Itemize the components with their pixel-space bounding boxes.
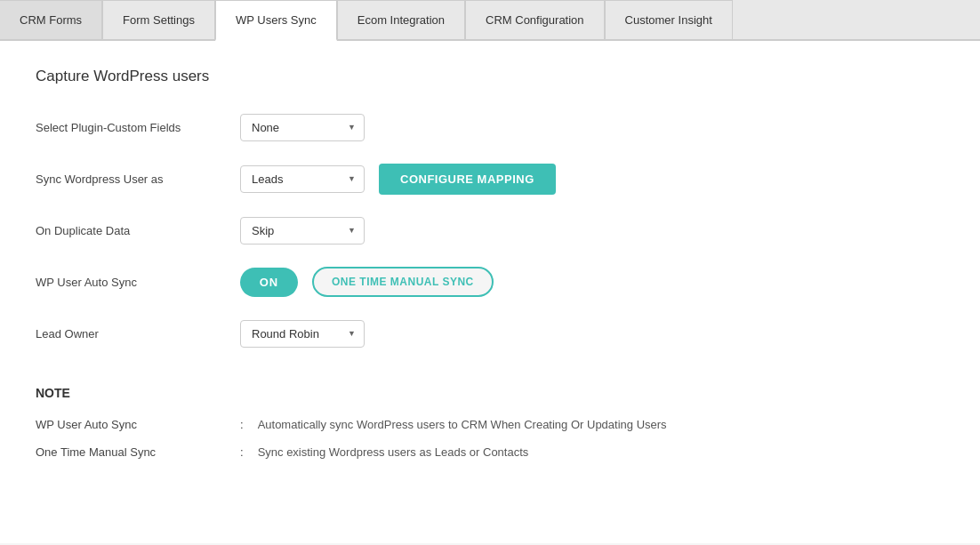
tab-ecom-integration[interactable]: Ecom Integration [337, 0, 465, 39]
lead-owner-label: Lead Owner [36, 327, 240, 341]
lead-owner-select-wrapper: Round Robin Auto Assign Manual [240, 320, 365, 348]
plugin-custom-fields-label: Select Plugin-Custom Fields [36, 121, 240, 134]
wp-user-auto-sync-label: WP User Auto Sync [36, 276, 240, 289]
sync-wordpress-user-label: Sync Wordpress User as [36, 172, 240, 186]
note-auto-sync-label: WP User Auto Sync [36, 418, 240, 431]
note-auto-sync-colon: : [240, 418, 244, 431]
note-row-manual-sync: One Time Manual Sync : Sync existing Wor… [36, 445, 944, 459]
tab-crm-forms[interactable]: CRM Forms [0, 0, 102, 39]
lead-owner-select[interactable]: Round Robin Auto Assign Manual [240, 320, 365, 348]
note-manual-sync-colon: : [240, 445, 244, 459]
wp-user-auto-sync-control: ON ONE TIME MANUAL SYNC [240, 267, 494, 297]
tab-crm-configuration[interactable]: CRM Configuration [465, 0, 605, 39]
sync-wordpress-user-control: Leads Contacts CONFIGURE MAPPING [240, 164, 556, 195]
on-duplicate-data-label: On Duplicate Data [36, 224, 240, 237]
sync-wordpress-user-select[interactable]: Leads Contacts [240, 165, 365, 193]
plugin-custom-fields-select-wrapper: None [240, 114, 365, 141]
note-title: NOTE [36, 386, 944, 400]
one-time-manual-sync-button[interactable]: ONE TIME MANUAL SYNC [312, 267, 494, 297]
section-title: Capture WordPress users [36, 68, 944, 85]
wp-user-auto-sync-row: WP User Auto Sync ON ONE TIME MANUAL SYN… [36, 265, 944, 299]
lead-owner-row: Lead Owner Round Robin Auto Assign Manua… [36, 317, 944, 350]
note-section: NOTE WP User Auto Sync : Automatically s… [36, 377, 944, 459]
on-duplicate-data-control: Skip Update Create [240, 217, 365, 244]
tab-form-settings[interactable]: Form Settings [102, 0, 215, 39]
configure-mapping-button[interactable]: CONFIGURE MAPPING [379, 164, 556, 195]
note-manual-sync-label: One Time Manual Sync [36, 445, 240, 459]
sync-wordpress-user-select-wrapper: Leads Contacts [240, 165, 365, 193]
plugin-custom-fields-select[interactable]: None [240, 114, 365, 141]
tab-bar: CRM Forms Form Settings WP Users Sync Ec… [0, 0, 980, 41]
on-duplicate-data-select[interactable]: Skip Update Create [240, 217, 365, 244]
plugin-custom-fields-row: Select Plugin-Custom Fields None [36, 110, 944, 144]
note-manual-sync-text: Sync existing Wordpress users as Leads o… [258, 445, 529, 459]
on-duplicate-data-select-wrapper: Skip Update Create [240, 217, 365, 244]
tab-customer-insight[interactable]: Customer Insight [605, 0, 733, 39]
main-content: Capture WordPress users Select Plugin-Cu… [0, 41, 980, 543]
lead-owner-control: Round Robin Auto Assign Manual [240, 320, 365, 348]
note-row-auto-sync: WP User Auto Sync : Automatically sync W… [36, 418, 944, 431]
plugin-custom-fields-control: None [240, 114, 365, 141]
sync-wordpress-user-row: Sync Wordpress User as Leads Contacts CO… [36, 162, 944, 196]
on-duplicate-data-row: On Duplicate Data Skip Update Create [36, 213, 944, 247]
tab-wp-users-sync[interactable]: WP Users Sync [215, 0, 337, 41]
note-auto-sync-text: Automatically sync WordPress users to CR… [258, 418, 667, 431]
wp-user-auto-sync-toggle[interactable]: ON [240, 268, 298, 297]
